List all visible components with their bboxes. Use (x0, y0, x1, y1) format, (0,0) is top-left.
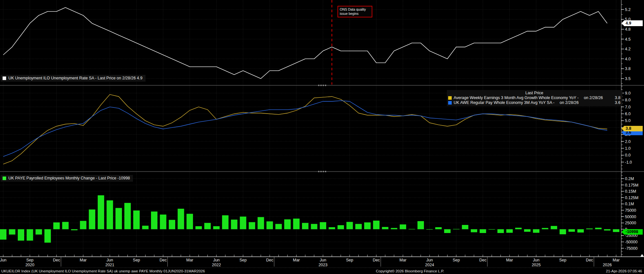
security-description: UKUEILOR Index (UK Unemployment ILO Unem… (1, 269, 205, 273)
paye-bar (89, 209, 95, 229)
earnings-legend-row-regular[interactable]: UK AWE Regular Pay Whole Economy 3M Avg … (448, 100, 620, 105)
y-tick-label: 3.8 (625, 66, 630, 71)
paye-bar (240, 217, 246, 229)
paye-bar (382, 227, 388, 229)
paye-bar (204, 223, 211, 229)
x-month-label: Sep (133, 258, 140, 262)
y-tick-label: 0.2M (625, 177, 634, 181)
x-year-label: 2025 (532, 263, 541, 267)
unemployment-legend-label: UK Unemployment ILO Unemployment Rate SA… (8, 76, 143, 80)
paye-legend[interactable]: UK PAYE Payrolled Employees Monthly Chan… (1, 175, 133, 182)
paye-bar (595, 228, 602, 229)
paye-bar (311, 224, 317, 229)
earnings-legend-header: Last Price (448, 91, 620, 95)
x-month-label: Mar (293, 258, 300, 262)
paye-bar (62, 222, 69, 229)
paye-bar (524, 229, 530, 232)
y-tick-label: -1.0 (625, 160, 632, 165)
paye-bar (27, 229, 33, 240)
x-month-label: Sep (453, 258, 460, 262)
paye-bar (293, 218, 299, 229)
x-year-label: 2022 (212, 263, 221, 267)
paye-legend-marker (3, 177, 6, 180)
awe-total-last-price-tag: 3.8 (621, 126, 643, 131)
paye-bars (0, 195, 619, 243)
x-month-label: Jun (320, 258, 326, 262)
paye-bar (569, 229, 575, 232)
paye-bar (186, 214, 193, 229)
awe-regular-line (3, 101, 607, 157)
x-year-label: 2024 (425, 263, 434, 267)
paye-bar (418, 221, 424, 229)
y-tick-label: 0.15M (625, 189, 636, 194)
bloomberg-chart-window: 5.25.04.84.54.24.03.83.59.08.07.06.05.04… (0, 0, 644, 274)
paye-bar (98, 195, 104, 229)
x-month-label: Jun (533, 258, 539, 262)
x-month-label: Sep (559, 258, 566, 262)
plot-canvas: 5.25.04.84.54.24.03.83.59.08.07.06.05.04… (0, 0, 644, 274)
y-tick-label: 25000 (625, 221, 636, 225)
y-tick-label: -75000 (625, 246, 638, 251)
panel-divider (0, 85, 644, 86)
x-year-label: 2023 (318, 263, 327, 267)
paye-bar (160, 215, 166, 229)
paye-bar (80, 221, 86, 229)
y-tick-label: 9.0 (625, 91, 630, 96)
x-month-label: Jun (106, 258, 113, 262)
x-month-label: Dec (159, 258, 166, 262)
y-tick-label: 8.0 (625, 98, 630, 102)
paye-bar (151, 211, 157, 229)
y-tick-label: 75000 (625, 208, 636, 213)
x-year-label: 2026 (603, 263, 612, 267)
y-tick-label: 5.2 (625, 7, 630, 12)
y-tick-label: 1.0 (625, 146, 630, 151)
x-month-label: Dec (586, 258, 593, 262)
paye-bar (106, 200, 113, 229)
y-tick-label: 0.175M (625, 183, 639, 188)
x-month-label: Mar (399, 258, 407, 262)
paye-bar (257, 217, 264, 229)
x-month-label: Jun (426, 258, 433, 262)
x-month-label: Dec (373, 258, 380, 262)
paye-bar (426, 229, 433, 229)
paye-bar (453, 229, 459, 229)
paye-bar (329, 227, 335, 229)
paye-bar (320, 222, 326, 229)
unemployment-line (3, 7, 607, 78)
paye-bar (444, 229, 451, 233)
x-month-label: Sep (346, 258, 353, 262)
x-month-label: Mar (613, 258, 620, 262)
paye-bar (0, 229, 6, 239)
awe-total-legend-date: on 2/28/26 (584, 96, 603, 100)
ons-annotation-box[interactable]: ONS Data quality issue begins (337, 6, 372, 17)
panel-divider (0, 171, 644, 172)
y-tick-label: -50000 (625, 240, 638, 244)
paye-last-price-tag: -10998 (621, 229, 643, 235)
paye-bar (53, 222, 60, 229)
paye-bar (471, 229, 477, 232)
paye-bar (169, 220, 175, 229)
paye-bar (178, 209, 184, 229)
paye-bar (18, 229, 24, 240)
y-tick-label: 50000 (625, 215, 636, 219)
x-month-label: Mar (186, 258, 193, 262)
earnings-legend-row-total[interactable]: Average Weekly Earnings 3 Month Avg Grow… (448, 96, 620, 100)
awe-regular-legend-value: 3.6 (615, 100, 620, 105)
earnings-legend[interactable]: Last Price Average Weekly Earnings 3 Mon… (447, 90, 622, 106)
awe-regular-legend-date: on 2/28/26 (559, 100, 579, 105)
paye-bar (515, 228, 522, 229)
paye-bar (533, 229, 539, 233)
y-tick-label: 4.5 (625, 37, 630, 42)
paye-bar (9, 229, 15, 234)
unemployment-legend[interactable]: UK Unemployment ILO Unemployment Rate SA… (1, 75, 146, 82)
x-month-label: Dec (53, 258, 60, 262)
paye-bar (462, 225, 468, 229)
paye-bar (249, 222, 255, 229)
y-tick-label: 4.0 (625, 57, 630, 61)
ons-annotation-line1: ONS Data quality (340, 7, 370, 12)
y-tick-label: 2.0 (625, 139, 630, 144)
y-tick-label: 6.0 (625, 112, 630, 116)
unemployment-last-price-tag: 4.9 (621, 20, 643, 26)
unemployment-legend-marker (3, 76, 6, 80)
x-month-label: Sep (239, 258, 247, 262)
